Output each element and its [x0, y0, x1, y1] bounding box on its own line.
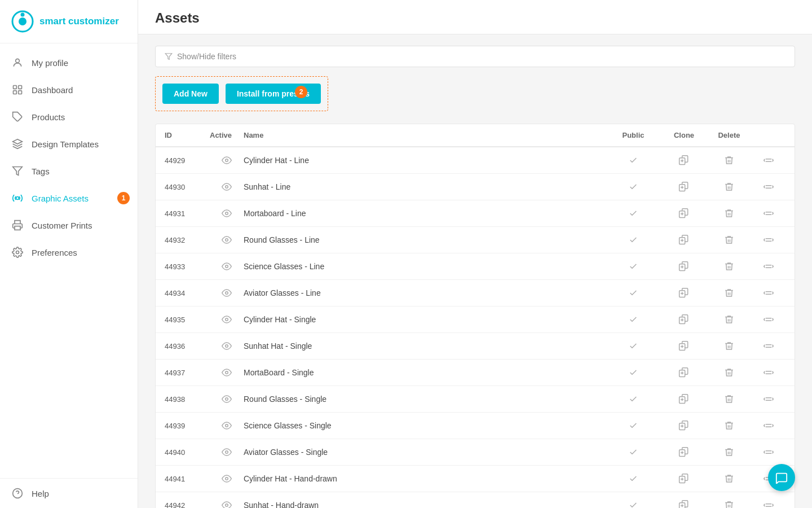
cell-delete[interactable] — [707, 314, 752, 325]
clone-icon[interactable] — [678, 155, 690, 166]
drag-icon[interactable] — [764, 367, 774, 378]
cell-delete[interactable] — [707, 367, 752, 378]
cell-active[interactable] — [210, 208, 244, 218]
clone-icon[interactable] — [678, 287, 690, 299]
cell-drag[interactable] — [752, 500, 785, 508]
cell-delete[interactable] — [707, 182, 752, 192]
sidebar-item-products[interactable]: Products — [0, 103, 138, 130]
cell-delete[interactable] — [707, 261, 752, 271]
clone-icon[interactable] — [678, 393, 690, 405]
clone-icon[interactable] — [678, 446, 690, 458]
visibility-toggle-icon[interactable] — [222, 208, 232, 218]
cell-delete[interactable] — [707, 341, 752, 351]
sidebar-item-help[interactable]: Help — [11, 487, 126, 500]
clone-icon[interactable] — [678, 420, 690, 431]
delete-icon[interactable] — [724, 341, 734, 351]
visibility-toggle-icon[interactable] — [222, 288, 232, 298]
cell-active[interactable] — [210, 341, 244, 351]
chat-button[interactable] — [768, 464, 795, 491]
visibility-toggle-icon[interactable] — [222, 182, 232, 192]
cell-delete[interactable] — [707, 474, 752, 484]
cell-clone[interactable] — [661, 446, 707, 458]
visibility-toggle-icon[interactable] — [222, 341, 232, 351]
sidebar-item-graphic-assets[interactable]: Graphic Assets 1 — [0, 185, 138, 212]
delete-icon[interactable] — [724, 182, 734, 192]
visibility-toggle-icon[interactable] — [222, 155, 232, 165]
visibility-toggle-icon[interactable] — [222, 261, 232, 271]
cell-active[interactable] — [210, 182, 244, 192]
drag-icon[interactable] — [764, 314, 774, 325]
delete-icon[interactable] — [724, 500, 734, 508]
delete-icon[interactable] — [724, 235, 734, 245]
cell-drag[interactable] — [752, 261, 785, 271]
clone-icon[interactable] — [678, 340, 690, 352]
sidebar-item-tags[interactable]: Tags — [0, 157, 138, 185]
sidebar-item-my-profile[interactable]: My profile — [0, 49, 138, 76]
visibility-toggle-icon[interactable] — [222, 394, 232, 404]
cell-delete[interactable] — [707, 421, 752, 431]
cell-clone[interactable] — [661, 314, 707, 325]
visibility-toggle-icon[interactable] — [222, 367, 232, 378]
drag-icon[interactable] — [764, 500, 774, 508]
cell-active[interactable] — [210, 367, 244, 378]
cell-active[interactable] — [210, 314, 244, 325]
cell-drag[interactable] — [752, 235, 785, 245]
cell-drag[interactable] — [752, 208, 785, 218]
clone-icon[interactable] — [678, 181, 690, 192]
drag-icon[interactable] — [764, 421, 774, 431]
cell-delete[interactable] — [707, 235, 752, 245]
cell-clone[interactable] — [661, 155, 707, 166]
cell-active[interactable] — [210, 155, 244, 165]
sidebar-item-customer-prints[interactable]: Customer Prints — [0, 212, 138, 239]
cell-drag[interactable] — [752, 155, 785, 165]
delete-icon[interactable] — [724, 314, 734, 325]
add-new-button[interactable]: Add New — [162, 84, 219, 104]
cell-drag[interactable] — [752, 421, 785, 431]
cell-clone[interactable] — [661, 420, 707, 431]
visibility-toggle-icon[interactable] — [222, 314, 232, 325]
delete-icon[interactable] — [724, 155, 734, 165]
clone-icon[interactable] — [678, 208, 690, 219]
visibility-toggle-icon[interactable] — [222, 235, 232, 245]
cell-active[interactable] — [210, 474, 244, 484]
cell-active[interactable] — [210, 421, 244, 431]
cell-clone[interactable] — [661, 393, 707, 405]
visibility-toggle-icon[interactable] — [222, 421, 232, 431]
cell-active[interactable] — [210, 288, 244, 298]
cell-delete[interactable] — [707, 394, 752, 404]
delete-icon[interactable] — [724, 474, 734, 484]
sidebar-item-dashboard[interactable]: Dashboard — [0, 76, 138, 103]
filter-bar[interactable]: Show/Hide filters — [155, 46, 795, 67]
cell-drag[interactable] — [752, 288, 785, 298]
sidebar-item-design-templates[interactable]: Design Templates — [0, 130, 138, 157]
clone-icon[interactable] — [678, 500, 690, 508]
cell-drag[interactable] — [752, 447, 785, 457]
cell-delete[interactable] — [707, 447, 752, 457]
cell-clone[interactable] — [661, 500, 707, 508]
drag-icon[interactable] — [764, 182, 774, 192]
cell-clone[interactable] — [661, 473, 707, 484]
clone-icon[interactable] — [678, 314, 690, 325]
drag-icon[interactable] — [764, 208, 774, 218]
cell-clone[interactable] — [661, 261, 707, 272]
cell-active[interactable] — [210, 235, 244, 245]
drag-icon[interactable] — [764, 394, 774, 404]
delete-icon[interactable] — [724, 261, 734, 271]
cell-delete[interactable] — [707, 155, 752, 165]
sidebar-item-preferences[interactable]: Preferences — [0, 239, 138, 266]
cell-active[interactable] — [210, 447, 244, 457]
clone-icon[interactable] — [678, 234, 690, 246]
clone-icon[interactable] — [678, 367, 690, 378]
delete-icon[interactable] — [724, 208, 734, 218]
cell-active[interactable] — [210, 500, 244, 508]
cell-delete[interactable] — [707, 208, 752, 218]
cell-drag[interactable] — [752, 182, 785, 192]
cell-drag[interactable] — [752, 367, 785, 378]
cell-clone[interactable] — [661, 208, 707, 219]
visibility-toggle-icon[interactable] — [222, 474, 232, 484]
cell-delete[interactable] — [707, 288, 752, 298]
cell-clone[interactable] — [661, 234, 707, 246]
cell-clone[interactable] — [661, 367, 707, 378]
delete-icon[interactable] — [724, 421, 734, 431]
cell-drag[interactable] — [752, 394, 785, 404]
